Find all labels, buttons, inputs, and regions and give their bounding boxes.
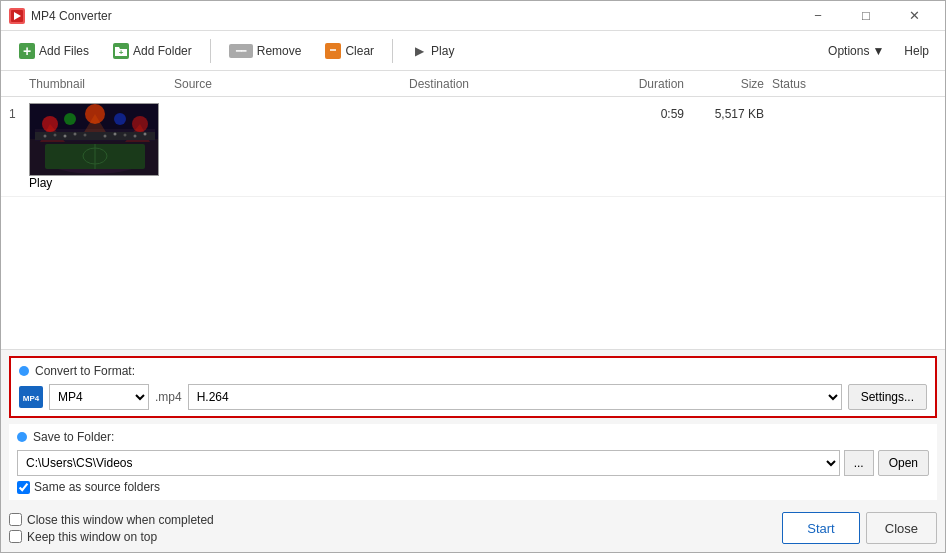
svg-point-22 <box>44 135 47 138</box>
help-button[interactable]: Help <box>896 40 937 62</box>
play-label: Play <box>431 44 454 58</box>
file-list: 1 <box>1 97 945 349</box>
clear-icon <box>325 43 341 59</box>
convert-label: Convert to Format: <box>35 364 135 378</box>
clear-button[interactable]: Clear <box>315 39 384 63</box>
window-controls: − □ ✕ <box>795 1 937 31</box>
col-duration: Duration <box>604 77 684 91</box>
row-thumbnail: Play <box>29 103 174 190</box>
add-files-icon: + <box>19 43 35 59</box>
svg-point-27 <box>104 135 107 138</box>
save-row: C:\Users\CS\Videos ... Open <box>17 450 929 476</box>
play-link[interactable]: Play <box>29 176 52 190</box>
format-row: MP4 MP4 .mp4 H.264 Settings... <box>19 384 927 410</box>
bottom-actions: Close this window when completed Keep th… <box>9 506 937 546</box>
svg-text:MP4: MP4 <box>23 394 40 403</box>
keep-on-top-label: Keep this window on top <box>27 530 157 544</box>
svg-point-28 <box>114 133 117 136</box>
play-icon: ▶ <box>411 43 427 59</box>
toolbar-separator <box>210 39 211 63</box>
add-folder-icon: + <box>113 43 129 59</box>
save-path-select[interactable]: C:\Users\CS\Videos <box>17 450 840 476</box>
options-dropdown-icon: ▼ <box>872 44 884 58</box>
keep-on-top-checkbox[interactable] <box>9 530 22 543</box>
col-size: Size <box>684 77 764 91</box>
save-folder-section: Save to Folder: C:\Users\CS\Videos ... O… <box>9 424 937 500</box>
svg-point-26 <box>84 134 87 137</box>
row-duration: 0:59 <box>604 103 684 121</box>
close-when-done-item: Close this window when completed <box>9 513 782 527</box>
keep-on-top-item: Keep this window on top <box>9 530 782 544</box>
svg-point-30 <box>134 135 137 138</box>
app-window: MP4 Converter − □ ✕ + Add Files + Add Fo… <box>0 0 946 553</box>
svg-text:+: + <box>119 48 124 57</box>
close-action-button[interactable]: Close <box>866 512 937 544</box>
convert-dot-icon <box>19 366 29 376</box>
add-folder-button[interactable]: + Add Folder <box>103 39 202 63</box>
app-icon <box>9 8 25 24</box>
bottom-panel: Convert to Format: MP4 MP4 .mp4 H.264 Se… <box>1 349 945 552</box>
col-destination: Destination <box>409 77 604 91</box>
remove-icon: ━━ <box>229 44 253 58</box>
table-header: Thumbnail Source Destination Duration Si… <box>1 71 945 97</box>
minimize-button[interactable]: − <box>795 1 841 31</box>
action-buttons: Start Close <box>782 512 937 544</box>
add-files-button[interactable]: + Add Files <box>9 39 99 63</box>
save-header: Save to Folder: <box>17 430 929 444</box>
options-checkboxes: Close this window when completed Keep th… <box>9 513 782 544</box>
add-folder-label: Add Folder <box>133 44 192 58</box>
browse-dots-icon: ... <box>854 456 864 470</box>
close-when-done-label: Close this window when completed <box>27 513 214 527</box>
save-open-button[interactable]: Open <box>878 450 929 476</box>
svg-point-29 <box>124 134 127 137</box>
same-source-row: Same as source folders <box>17 480 929 494</box>
row-size: 5,517 KB <box>684 103 764 121</box>
codec-select[interactable]: H.264 <box>188 384 842 410</box>
start-button[interactable]: Start <box>782 512 859 544</box>
format-ext: .mp4 <box>155 390 182 404</box>
maximize-button[interactable]: □ <box>843 1 889 31</box>
mp4-format-icon: MP4 <box>19 386 43 408</box>
col-thumbnail: Thumbnail <box>29 77 174 91</box>
svg-point-25 <box>74 133 77 136</box>
convert-format-section: Convert to Format: MP4 MP4 .mp4 H.264 Se… <box>9 356 937 418</box>
svg-rect-3 <box>328 47 338 56</box>
format-select[interactable]: MP4 <box>49 384 149 410</box>
remove-label: Remove <box>257 44 302 58</box>
thumbnail-image <box>29 103 159 176</box>
col-source: Source <box>174 77 409 91</box>
close-button[interactable]: ✕ <box>891 1 937 31</box>
svg-point-23 <box>54 134 57 137</box>
col-status: Status <box>764 77 937 91</box>
row-num: 1 <box>9 103 29 121</box>
same-source-label: Same as source folders <box>34 480 160 494</box>
play-button[interactable]: ▶ Play <box>401 39 464 63</box>
window-title: MP4 Converter <box>31 9 795 23</box>
add-files-label: Add Files <box>39 44 89 58</box>
convert-header: Convert to Format: <box>19 364 927 378</box>
help-label: Help <box>904 44 929 58</box>
clear-label: Clear <box>345 44 374 58</box>
save-dot-icon <box>17 432 27 442</box>
svg-point-31 <box>144 133 147 136</box>
save-label: Save to Folder: <box>33 430 114 444</box>
save-browse-button[interactable]: ... <box>844 450 874 476</box>
toolbar-separator-2 <box>392 39 393 63</box>
same-source-checkbox[interactable] <box>17 481 30 494</box>
toolbar: + Add Files + Add Folder ━━ Remove <box>1 31 945 71</box>
svg-point-14 <box>64 113 76 125</box>
options-button[interactable]: Options ▼ <box>820 40 892 62</box>
titlebar: MP4 Converter − □ ✕ <box>1 1 945 31</box>
table-row: 1 <box>1 97 945 197</box>
svg-point-24 <box>64 135 67 138</box>
toolbar-right: Options ▼ Help <box>820 40 937 62</box>
svg-rect-21 <box>35 132 155 140</box>
settings-button[interactable]: Settings... <box>848 384 927 410</box>
close-when-done-checkbox[interactable] <box>9 513 22 526</box>
svg-point-16 <box>114 113 126 125</box>
remove-button[interactable]: ━━ Remove <box>219 40 312 62</box>
options-label: Options <box>828 44 869 58</box>
